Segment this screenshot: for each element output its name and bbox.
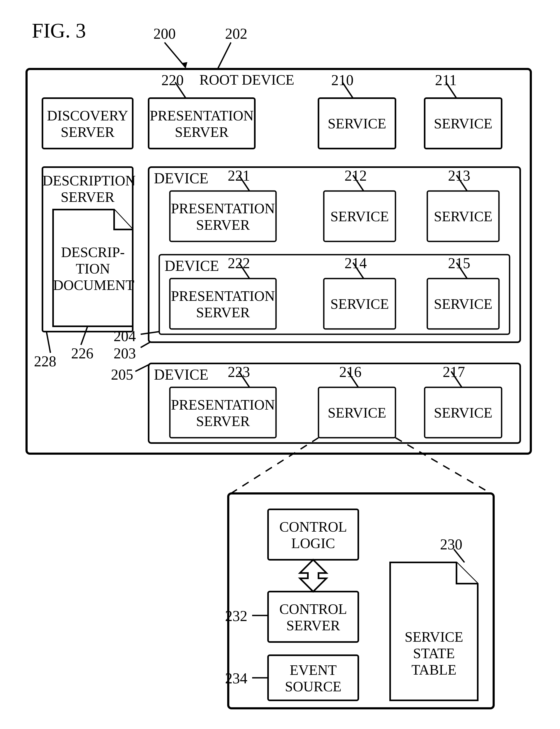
service-state-table-label: SERVICE STATE TABLE (390, 629, 478, 678)
root-device-label: ROOT DEVICE (191, 72, 303, 88)
ref-212: 212 (340, 167, 372, 184)
ref-230: 230 (435, 536, 467, 553)
expansion-dash-left (231, 438, 318, 493)
ref-204: 204 (109, 328, 141, 345)
service-213-label: SERVICE (427, 208, 499, 225)
event-source-label: EVENT SOURCE (268, 662, 358, 695)
ref-210: 210 (326, 72, 358, 89)
ref-205: 205 (106, 366, 138, 383)
ref-216: 216 (334, 364, 366, 380)
ref-202: 202 (220, 25, 252, 42)
ref-232: 232 (220, 607, 252, 624)
ref-221: 221 (223, 167, 255, 184)
service-217-label: SERVICE (425, 404, 502, 421)
lead-204 (141, 332, 159, 334)
service-212-label: SERVICE (324, 208, 395, 225)
ref-217: 217 (438, 364, 470, 380)
description-document-label: DESCRIP- TION DOCUMENT (53, 244, 133, 294)
lead-202 (218, 42, 231, 69)
service-215-label: SERVICE (427, 296, 499, 312)
presentation-server-220-label: PRESENTATION SERVER (149, 107, 255, 140)
control-logic-label: CONTROL LOGIC (268, 519, 358, 551)
ref-213: 213 (443, 167, 475, 184)
ref-220: 220 (157, 72, 188, 89)
double-arrow-icon (300, 560, 326, 592)
diagram-stage: FIG. 3 (0, 0, 560, 729)
ref-228: 228 (29, 353, 61, 370)
service-216-label: SERVICE (318, 404, 395, 421)
service-214-label: SERVICE (324, 296, 395, 312)
discovery-server-label: DISCOVERY SERVER (42, 107, 133, 140)
lead-226 (81, 326, 88, 345)
lead-203 (141, 342, 150, 348)
ref-223: 223 (223, 364, 255, 380)
service-210-label: SERVICE (318, 115, 395, 132)
device-204-label: DEVICE (165, 257, 228, 274)
ref-215: 215 (443, 255, 475, 272)
device-205-label: DEVICE (154, 366, 218, 383)
ref-214: 214 (340, 255, 372, 272)
ref-222: 222 (223, 255, 255, 272)
ref-226: 226 (66, 345, 98, 362)
presentation-server-222-label: PRESENTATION SERVER (170, 288, 276, 321)
presentation-server-223-label: PRESENTATION SERVER (170, 396, 276, 429)
ref-203: 203 (109, 345, 141, 362)
ref-200: 200 (149, 25, 180, 42)
device-203-label: DEVICE (154, 170, 218, 187)
presentation-server-221-label: PRESENTATION SERVER (170, 200, 276, 233)
expansion-dash-right (395, 438, 491, 493)
lead-228 (46, 332, 50, 353)
control-server-label: CONTROL SERVER (268, 601, 358, 634)
description-server-label: DESCRIPTION SERVER (42, 173, 133, 205)
ref-234: 234 (220, 670, 252, 687)
service-211-label: SERVICE (425, 115, 502, 132)
ref-211: 211 (430, 72, 462, 89)
